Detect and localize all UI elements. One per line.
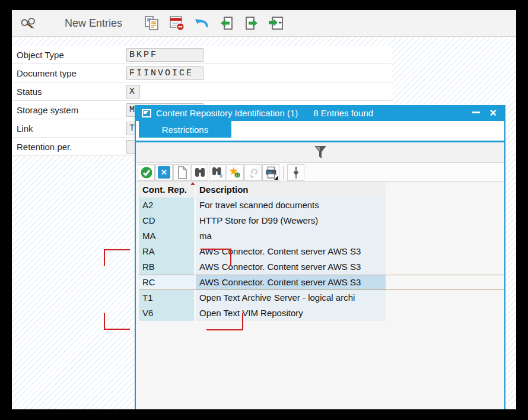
main-toolbar: New Entries (12, 10, 516, 37)
display-change-icon[interactable] (20, 15, 36, 31)
close-icon: ✕ (489, 109, 497, 118)
cancel-button[interactable]: ✕ (155, 164, 173, 181)
sap-window: New Entries (12, 10, 516, 409)
annotation-bracket-top-left (104, 249, 130, 266)
page-title: New Entries (65, 17, 122, 30)
annotation-bracket-bottom-middle (206, 313, 243, 330)
print-button[interactable] (262, 164, 279, 181)
tabstrip-underline (136, 141, 504, 142)
delete-row-icon[interactable] (168, 15, 185, 31)
cont-rep-cell[interactable]: RA (139, 244, 194, 259)
field-label: Storage system (12, 105, 126, 115)
cont-rep-cell[interactable]: CD (139, 213, 194, 228)
exit-icon[interactable] (243, 15, 260, 31)
table-row[interactable]: MA ma (139, 228, 504, 244)
status-field[interactable]: X (126, 85, 140, 98)
field-label: Retention per. (12, 142, 126, 152)
blank-page-icon (176, 166, 188, 179)
repository-table: Cont. Rep. Description A2 For travel sca… (136, 182, 504, 321)
annotation-bracket-top-middle (201, 249, 231, 266)
dialog-body-empty (136, 321, 504, 409)
description-cell[interactable]: ma (196, 228, 386, 244)
table-row[interactable]: T1 Open Text Archive Server - logical ar… (139, 290, 504, 306)
document-type-field[interactable]: FIINVOICE (126, 66, 203, 80)
print-dropdown-arrow[interactable] (274, 176, 278, 180)
description-cell[interactable]: Open Text Archive Server - logical archi (196, 290, 386, 306)
field-label: Status (12, 87, 126, 97)
undo-icon[interactable] (193, 15, 210, 31)
check-icon (140, 166, 153, 179)
dialog-titlebar[interactable]: Content Repository Identification (1) 8 … (136, 105, 504, 121)
continue-button[interactable] (138, 164, 155, 181)
table-row[interactable]: RB AWS Connector. Content server AWS S3 (139, 259, 504, 275)
dialog-tabstrip: Restrictions (136, 121, 504, 142)
table-row[interactable]: CD HTTP Store for D99 (Wewers) (139, 213, 504, 228)
field-label: Document type (12, 68, 126, 78)
sort-indicator-icon (190, 182, 195, 185)
cont-rep-cell[interactable]: RC (139, 275, 194, 289)
forward-icon[interactable] (268, 15, 285, 31)
minimize-button[interactable] (472, 112, 480, 115)
svg-text:+: + (219, 172, 223, 179)
filter-row (136, 142, 504, 163)
column-header-cont-rep[interactable]: Cont. Rep. (139, 182, 194, 198)
dialog-window-icon (142, 109, 151, 117)
pushpin-icon (290, 166, 303, 179)
annotation-bracket-bottom-left (104, 313, 130, 330)
tab-restrictions[interactable]: Restrictions (139, 121, 231, 138)
field-label: Link (12, 123, 126, 133)
new-page-button[interactable] (173, 164, 190, 181)
filter-funnel-icon[interactable] (313, 145, 327, 160)
field-label: Object Type (12, 50, 126, 60)
back-icon[interactable] (218, 15, 235, 31)
object-type-field[interactable]: BKPF (126, 48, 203, 62)
cont-rep-cell[interactable]: T1 (139, 290, 194, 306)
cont-rep-cell[interactable]: MA (139, 228, 194, 244)
dialog-toolbar: ✕ + (136, 163, 504, 182)
pin-button[interactable] (287, 164, 304, 181)
form-row: Object Type BKPF (12, 46, 392, 64)
column-header-description[interactable]: Description (196, 182, 386, 198)
binoculars-icon (193, 166, 206, 179)
cont-rep-cell[interactable]: A2 (139, 198, 194, 213)
table-row[interactable]: A2 For travel scanned documents (139, 198, 504, 213)
table-row[interactable]: RA AWS Connector. Content server AWS S3 (139, 244, 504, 259)
table-row[interactable]: V6 Open Text VIM Repository (139, 306, 504, 321)
dialog-title: Content Repository Identification (1) (156, 108, 298, 118)
cancel-x-icon: ✕ (158, 166, 170, 179)
description-cell[interactable]: HTTP Store for D99 (Wewers) (196, 213, 386, 228)
cont-rep-cell[interactable]: RB (139, 259, 194, 275)
description-cell[interactable]: For travel scanned documents (196, 198, 386, 213)
description-cell[interactable]: AWS Connector. Content server AWS S3 (196, 275, 386, 289)
binoculars-plus-icon: + (211, 166, 224, 179)
cont-rep-cell[interactable]: V6 (139, 306, 194, 321)
copy-icon[interactable] (144, 15, 160, 31)
toolbar-separator (283, 166, 284, 180)
table-header: Cont. Rep. Description (139, 182, 504, 198)
help-button-disabled (244, 164, 262, 181)
entries-found-label: 8 Entries found (313, 108, 373, 118)
help-pointer-icon (247, 166, 260, 179)
star-plus-icon: ★ ⊕ (229, 166, 242, 179)
find-button[interactable] (191, 164, 208, 181)
find-next-button[interactable]: + (209, 164, 226, 181)
add-favorite-button[interactable]: ★ ⊕ (227, 164, 244, 181)
form-row: Status X (12, 82, 392, 101)
form-row: Document type FIINVOICE (12, 64, 392, 82)
close-button[interactable]: ✕ (489, 109, 497, 118)
minimize-icon (472, 112, 480, 113)
table-row-selected[interactable]: RC AWS Connector. Content server AWS S3 (139, 275, 504, 290)
content-repository-dialog: Content Repository Identification (1) 8 … (135, 105, 505, 409)
